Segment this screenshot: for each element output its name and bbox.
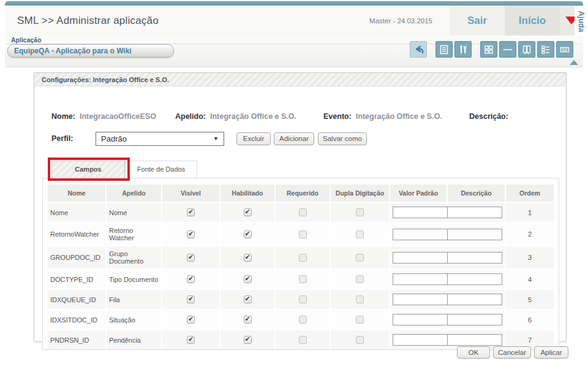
cell-nome: DOCTYPE_ID <box>48 270 105 289</box>
habilitado-checkbox[interactable] <box>244 316 252 324</box>
header: SML >> Administrar aplicação Master - 24… <box>5 6 583 36</box>
dupla-digitacao-checkbox[interactable] <box>356 254 364 262</box>
keyboard-icon[interactable] <box>556 41 573 58</box>
cell-visivel <box>162 203 219 222</box>
collapse-toolbar-icon[interactable] <box>570 60 578 65</box>
inicio-button[interactable]: Início <box>505 6 560 36</box>
dupla-digitacao-checkbox[interactable] <box>356 316 364 324</box>
perfil-row: Perfil: Padrão ▼ Excluir Adicionar Salva… <box>34 132 566 146</box>
valor-padrao-input[interactable] <box>393 273 448 285</box>
aplicar-button[interactable]: Aplicar <box>534 346 568 359</box>
cell-apelido: Retorno Watcher <box>107 223 161 245</box>
col-apelido: Apelido <box>107 184 161 202</box>
requerido-checkbox[interactable] <box>299 316 307 324</box>
adicionar-button[interactable]: Adicionar <box>274 132 314 145</box>
col-descricao: Descrição <box>448 184 505 202</box>
cell-visivel <box>162 223 219 245</box>
descricao-input[interactable] <box>447 229 502 240</box>
requerido-checkbox[interactable] <box>299 336 307 344</box>
form-icon[interactable] <box>435 41 453 58</box>
dupla-digitacao-checkbox[interactable] <box>356 275 364 283</box>
application-bar: Aplicação EquipeQA - Aplicação para o Wi… <box>5 36 583 67</box>
dupla-digitacao-checkbox[interactable] <box>356 336 364 344</box>
checklist-icon[interactable] <box>537 41 554 58</box>
perfil-select-value: Padrão <box>101 132 127 145</box>
application-selector[interactable]: EquipeQA - Aplicação para o Wiki <box>7 44 174 58</box>
salvar-como-button[interactable]: Salvar como <box>318 132 367 145</box>
descricao-input[interactable] <box>447 334 502 346</box>
dupla-digitacao-checkbox[interactable] <box>356 295 364 303</box>
descricao-input[interactable] <box>447 252 502 264</box>
fields-table: Nome Apelido Visível Habilitado Requerid… <box>47 183 555 351</box>
habilitado-checkbox[interactable] <box>244 336 252 344</box>
requerido-checkbox[interactable] <box>299 254 307 262</box>
cell-requerido <box>276 203 330 222</box>
valor-padrao-input[interactable] <box>393 334 448 346</box>
tools-icon[interactable] <box>454 41 472 58</box>
cell-dupla-digitacao <box>331 270 389 289</box>
ok-button[interactable]: OK <box>457 346 490 359</box>
habilitado-checkbox[interactable] <box>244 208 252 216</box>
dots-icon[interactable] <box>499 41 516 58</box>
visivel-checkbox[interactable] <box>187 336 195 344</box>
cancelar-button[interactable]: Cancelar <box>493 346 531 359</box>
habilitado-checkbox[interactable] <box>244 275 252 283</box>
pages-icon[interactable] <box>518 41 535 58</box>
cell-visivel <box>162 246 219 268</box>
valor-padrao-input[interactable] <box>393 314 448 325</box>
cell-visivel <box>162 310 219 329</box>
tab-campos[interactable]: Campos <box>51 161 125 178</box>
visivel-checkbox[interactable] <box>187 208 195 216</box>
visivel-checkbox[interactable] <box>187 275 195 283</box>
cell-valor-descricao <box>390 310 505 329</box>
col-valor-padrao: Valor Padrão <box>390 184 447 202</box>
cell-habilitado <box>221 223 274 245</box>
habilitado-checkbox[interactable] <box>244 254 252 262</box>
requerido-checkbox[interactable] <box>299 295 307 303</box>
undo-icon[interactable] <box>410 41 427 58</box>
tab-campos-label: Campos <box>75 165 101 173</box>
visivel-checkbox[interactable] <box>187 254 195 262</box>
settings-panel: Configurações: Integração Office e S.O. … <box>34 72 567 342</box>
valor-padrao-input[interactable] <box>393 294 448 305</box>
requerido-checkbox[interactable] <box>299 230 307 238</box>
table-row: IDXSITDOC_IDSituação6 <box>48 310 554 329</box>
perfil-select[interactable]: Padrão ▼ <box>96 132 224 146</box>
valor-padrao-input[interactable] <box>393 229 448 240</box>
visivel-checkbox[interactable] <box>187 316 195 324</box>
visivel-checkbox[interactable] <box>187 295 195 303</box>
tab-fonte-de-dados[interactable]: Fonte de Dados <box>125 161 197 178</box>
descricao-input[interactable] <box>447 207 502 218</box>
dupla-digitacao-checkbox[interactable] <box>356 208 364 216</box>
cell-ordem: 2 <box>506 223 554 245</box>
cell-nome: IDXQUEUE_ID <box>48 290 105 309</box>
cell-requerido <box>276 223 330 245</box>
valor-padrao-input[interactable] <box>393 207 448 218</box>
fields-table-container: Nome Apelido Visível Habilitado Requerid… <box>42 178 559 350</box>
excluir-button[interactable]: Excluir <box>236 132 271 145</box>
top-accent-bar <box>5 1 583 6</box>
descricao-input[interactable] <box>447 294 502 305</box>
cell-ordem: 5 <box>506 290 554 309</box>
col-visivel: Visível <box>162 184 219 202</box>
ajuda-tab[interactable]: Ajuda <box>575 6 588 37</box>
sair-button[interactable]: Sair <box>450 6 505 36</box>
chevron-down-icon: ▼ <box>213 132 219 145</box>
visivel-checkbox[interactable] <box>187 230 195 238</box>
requerido-checkbox[interactable] <box>299 275 307 283</box>
table-row: NomeNome1 <box>48 203 554 222</box>
habilitado-checkbox[interactable] <box>244 295 252 303</box>
descricao-input[interactable] <box>447 314 502 325</box>
panel-title: Configurações: Integração Office e S.O. <box>34 73 566 86</box>
cell-dupla-digitacao <box>331 203 389 222</box>
requerido-checkbox[interactable] <box>299 208 307 216</box>
dupla-digitacao-checkbox[interactable] <box>356 230 364 238</box>
cell-requerido <box>276 290 330 309</box>
cell-dupla-digitacao <box>331 246 389 268</box>
descricao-input[interactable] <box>447 273 502 285</box>
col-habilitado: Habilitado <box>221 184 274 202</box>
valor-padrao-input[interactable] <box>393 252 448 264</box>
grid-blocks-icon[interactable] <box>480 41 497 58</box>
cell-valor-descricao <box>390 203 505 222</box>
habilitado-checkbox[interactable] <box>244 230 252 238</box>
